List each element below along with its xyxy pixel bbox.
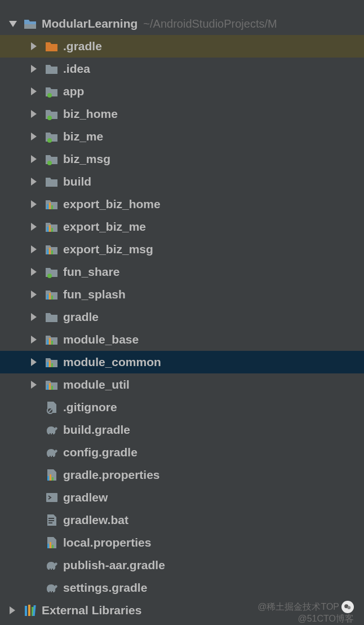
tree-item[interactable]: .gradle [0,35,364,58]
tree-item-label: biz_home [63,107,118,121]
tree-item[interactable]: biz_me [0,125,364,148]
chevron-right-icon[interactable] [29,109,39,119]
chevron-right-icon[interactable] [29,154,39,164]
folder-orange-icon [45,39,59,53]
tree-item-label: biz_msg [63,152,110,166]
chevron-right-icon[interactable] [29,64,39,74]
tree-item-label: export_biz_me [63,220,146,234]
project-path-label: ~/AndroidStudioProjects/M [143,17,277,30]
module-bars-icon [45,243,59,256]
module-green-icon [45,85,59,98]
tree-item[interactable]: gradle [0,306,364,328]
gradle-elephant-icon [45,558,59,572]
tree-item[interactable]: settings.gradle [0,576,364,599]
module-green-icon [45,152,59,166]
folder-icon [45,62,59,76]
module-bars-icon [45,333,59,346]
tree-item[interactable]: publish-aar.gradle [0,554,364,576]
chevron-right-icon[interactable] [29,380,39,390]
project-root-folder-icon [24,17,37,30]
tree-item-label: gradlew.bat [63,513,128,527]
tree-item-label: export_biz_home [63,197,161,211]
tree-item-label: .idea [63,62,90,76]
chevron-right-icon[interactable] [29,357,39,367]
tree-item[interactable]: export_biz_home [0,193,364,215]
tree-item[interactable]: app [0,80,364,103]
tree-item[interactable]: biz_msg [0,148,364,170]
gradle-elephant-icon [45,423,59,437]
chevron-right-icon[interactable] [29,41,39,51]
folder-icon [45,310,59,324]
gradle-elephant-icon [45,446,59,459]
module-green-icon [45,107,59,121]
chevron-right-icon[interactable] [29,177,39,187]
tree-item-label: .gradle [63,39,102,53]
tree-item[interactable]: module_base [0,328,364,351]
module-bars-icon [45,288,59,301]
tree-item[interactable]: fun_splash [0,283,364,306]
properties-icon [45,536,59,549]
chevron-right-icon[interactable] [29,289,39,300]
tree-item-label: module_base [63,333,139,346]
file-icon [45,513,59,527]
tree-item-label: gradle.properties [63,468,160,482]
tree-item-label: module_common [63,355,161,369]
project-name-label: ModularLearning [42,17,137,30]
chevron-down-icon[interactable] [8,19,18,29]
chevron-right-icon[interactable] [29,222,39,232]
tree-item-label: local.properties [63,536,151,549]
chevron-right-icon[interactable] [29,334,39,345]
tree-item[interactable]: .idea [0,58,364,80]
tree-item-label: config.gradle [63,446,137,459]
tree-item[interactable]: build [0,170,364,193]
tree-item[interactable]: export_biz_me [0,215,364,238]
tree-item[interactable]: module_common [0,351,364,373]
module-bars-icon [45,197,59,211]
tree-item-label: fun_share [63,265,119,279]
tree-item[interactable]: module_util [0,373,364,396]
chevron-right-icon[interactable] [29,131,39,142]
tree-item[interactable]: local.properties [0,531,364,554]
chevron-right-icon[interactable] [29,199,39,209]
properties-icon [45,468,59,482]
tree-item[interactable]: gradle.properties [0,464,364,486]
tree-item[interactable]: biz_home [0,103,364,125]
libraries-icon [24,604,37,617]
tree-item-label: fun_splash [63,288,126,301]
tree-item[interactable]: gradlew [0,486,364,509]
tree-item-label: biz_me [63,130,103,143]
tree-item-label: gradle [63,310,99,324]
chevron-right-icon[interactable] [29,86,39,96]
tree-item[interactable]: build.gradle [0,419,364,441]
file-ignore-icon [45,400,59,414]
module-green-icon [45,265,59,279]
tree-item[interactable]: gradlew.bat [0,509,364,531]
module-green-icon [45,130,59,143]
chevron-right-icon[interactable] [29,267,39,277]
tree-item-label: .gitignore [63,400,117,414]
tree-item[interactable]: .gitignore [0,396,364,419]
project-tree: ModularLearning ~/AndroidStudioProjects/… [0,0,364,622]
tree-item[interactable]: config.gradle [0,441,364,464]
folder-icon [45,175,59,188]
chevron-right-icon[interactable] [29,244,39,254]
module-bars-icon [45,378,59,391]
tree-item-label: publish-aar.gradle [63,558,165,572]
chevron-right-icon[interactable] [8,605,18,615]
tree-item-label: gradlew [63,491,108,504]
chevron-right-icon[interactable] [29,312,39,322]
tree-item[interactable]: export_biz_msg [0,238,364,261]
tree-item[interactable]: fun_share [0,261,364,283]
tree-item-label: settings.gradle [63,581,147,595]
tree-item-label: build.gradle [63,423,130,437]
external-libraries-row[interactable]: External Libraries [0,599,364,622]
tree-item-label: export_biz_msg [63,243,153,256]
tree-item-label: module_util [63,378,130,391]
module-bars-icon [45,355,59,369]
project-root-row[interactable]: ModularLearning ~/AndroidStudioProjects/… [0,12,364,35]
module-bars-icon [45,220,59,234]
tree-item-label: app [63,85,84,98]
terminal-icon [45,491,59,504]
tree-item-label: build [63,175,91,188]
external-libraries-label: External Libraries [42,604,141,617]
